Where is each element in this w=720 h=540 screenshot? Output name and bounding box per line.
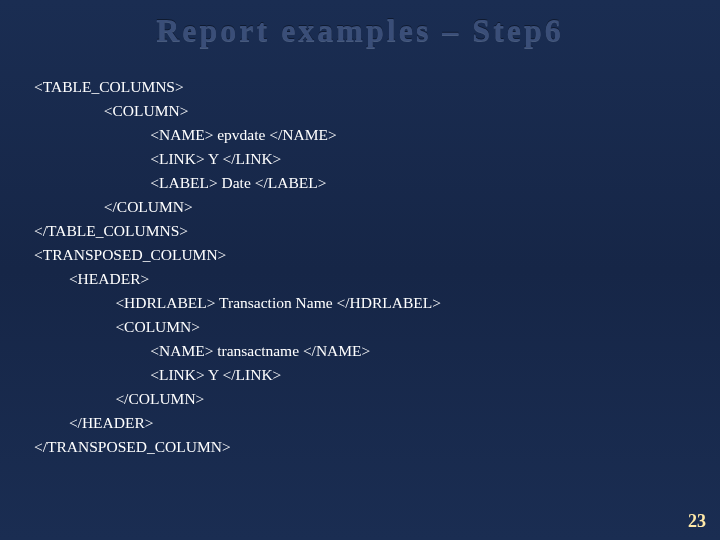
slide-title: Report examples – Step6: [0, 0, 720, 49]
page-number: 23: [688, 511, 706, 532]
code-block: <TABLE_COLUMNS> <COLUMN> <NAME> epvdate …: [0, 49, 720, 459]
